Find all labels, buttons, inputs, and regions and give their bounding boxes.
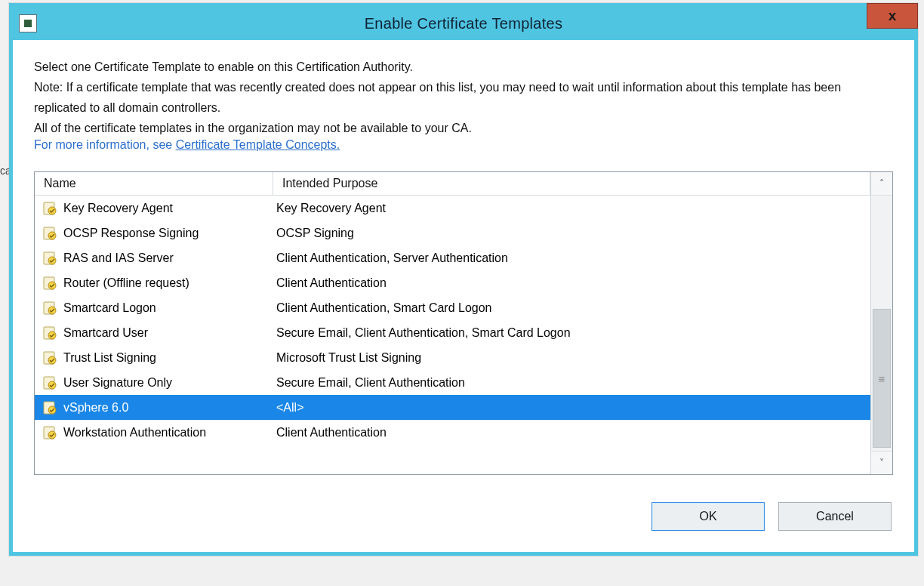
- intro-line2: Note: If a certificate template that was…: [34, 77, 893, 118]
- row-name: Workstation Authentication: [63, 426, 206, 440]
- row-purpose: OCSP Signing: [273, 227, 870, 240]
- intro-line1: Select one Certificate Template to enabl…: [34, 57, 893, 77]
- scroll-up-button[interactable]: ˄: [871, 172, 892, 196]
- cert-template-icon: [42, 251, 57, 266]
- cert-template-icon: [42, 226, 57, 241]
- intro-line3: All of the certificate templates in the …: [34, 118, 893, 138]
- svg-point-11: [48, 332, 56, 339]
- svg-point-13: [48, 356, 56, 364]
- info-prefix: For more information, see: [34, 138, 176, 151]
- scroll-grip-icon: ≡: [879, 373, 886, 384]
- chevron-up-icon: ˄: [879, 178, 884, 189]
- close-icon: x: [889, 8, 897, 24]
- window-icon: [19, 14, 37, 32]
- svg-point-5: [48, 257, 56, 264]
- cert-template-icon: [42, 375, 57, 390]
- svg-point-19: [48, 431, 56, 439]
- cert-template-icon: [42, 201, 57, 216]
- scroll-track[interactable]: ≡: [871, 196, 892, 451]
- cert-template-icon: [42, 276, 57, 291]
- dialog-window: Enable Certificate Templates x Select on…: [9, 3, 918, 556]
- titlebar[interactable]: Enable Certificate Templates x: [13, 7, 914, 40]
- row-name: Key Recovery Agent: [63, 202, 173, 215]
- row-purpose: Secure Email, Client Authentication: [273, 376, 870, 390]
- instruction-text: Select one Certificate Template to enabl…: [34, 57, 893, 138]
- cert-template-icon: [42, 400, 57, 415]
- svg-point-17: [48, 406, 56, 414]
- row-purpose: Client Authentication, Server Authentica…: [273, 251, 870, 265]
- cert-template-icon: [42, 350, 57, 365]
- scroll-thumb[interactable]: ≡: [873, 309, 891, 448]
- table-row[interactable]: OCSP Response SigningOCSP Signing: [35, 221, 870, 245]
- table-row[interactable]: vSphere 6.0<All>: [35, 395, 870, 420]
- table-row[interactable]: Smartcard LogonClient Authentication, Sm…: [35, 295, 870, 320]
- table-row[interactable]: Trust List SigningMicrosoft Trust List S…: [35, 345, 870, 370]
- svg-point-9: [48, 307, 56, 314]
- listview-header: Name Intended Purpose: [35, 172, 870, 196]
- row-name: Trust List Signing: [63, 351, 156, 365]
- table-row[interactable]: User Signature OnlySecure Email, Client …: [35, 370, 870, 395]
- table-row[interactable]: Workstation AuthenticationClient Authent…: [35, 420, 870, 445]
- row-name: Router (Offline request): [63, 276, 189, 290]
- row-purpose: Microsoft Trust List Signing: [273, 351, 870, 365]
- cert-template-icon: [42, 325, 57, 341]
- cancel-button[interactable]: Cancel: [778, 502, 892, 531]
- row-purpose: Client Authentication: [273, 426, 870, 440]
- svg-point-1: [48, 207, 56, 214]
- chevron-down-icon: ˅: [879, 458, 884, 468]
- row-name: RAS and IAS Server: [63, 251, 174, 265]
- row-name: vSphere 6.0: [63, 401, 128, 415]
- table-row[interactable]: Router (Offline request)Client Authentic…: [35, 270, 870, 295]
- listview-grid: Name Intended Purpose Key Recovery Agent…: [35, 172, 870, 474]
- row-purpose: Client Authentication, Smart Card Logon: [273, 301, 870, 315]
- window-title: Enable Certificate Templates: [13, 15, 914, 32]
- vertical-scrollbar[interactable]: ˄ ≡ ˅: [870, 172, 892, 474]
- row-purpose: Client Authentication: [273, 276, 870, 290]
- listview-rows: Key Recovery AgentKey Recovery Agent OCS…: [35, 196, 870, 445]
- svg-point-3: [48, 232, 56, 239]
- close-button[interactable]: x: [867, 3, 918, 29]
- svg-point-7: [48, 282, 56, 289]
- button-row: OK Cancel: [34, 502, 893, 534]
- svg-point-15: [48, 381, 56, 389]
- row-purpose: Secure Email, Client Authentication, Sma…: [273, 326, 870, 340]
- row-name: Smartcard User: [63, 326, 148, 340]
- column-header-purpose[interactable]: Intended Purpose: [273, 172, 870, 195]
- table-row[interactable]: RAS and IAS ServerClient Authentication,…: [35, 245, 870, 270]
- column-header-name[interactable]: Name: [35, 172, 273, 195]
- scroll-down-button[interactable]: ˅: [871, 451, 892, 474]
- info-row: For more information, see Certificate Te…: [34, 138, 893, 152]
- table-row[interactable]: Smartcard UserSecure Email, Client Authe…: [35, 320, 870, 345]
- client-area: Select one Certificate Template to enabl…: [13, 40, 914, 552]
- template-listview[interactable]: Name Intended Purpose Key Recovery Agent…: [34, 171, 893, 475]
- row-purpose: <All>: [273, 401, 870, 415]
- cert-template-icon: [42, 425, 57, 440]
- row-name: OCSP Response Signing: [63, 227, 199, 240]
- table-row[interactable]: Key Recovery AgentKey Recovery Agent: [35, 196, 870, 221]
- cert-template-icon: [42, 301, 57, 316]
- row-name: Smartcard Logon: [63, 301, 156, 315]
- row-purpose: Key Recovery Agent: [273, 202, 870, 215]
- ok-button[interactable]: OK: [651, 502, 765, 531]
- concepts-link[interactable]: Certificate Template Concepts.: [176, 138, 340, 151]
- row-name: User Signature Only: [63, 376, 172, 390]
